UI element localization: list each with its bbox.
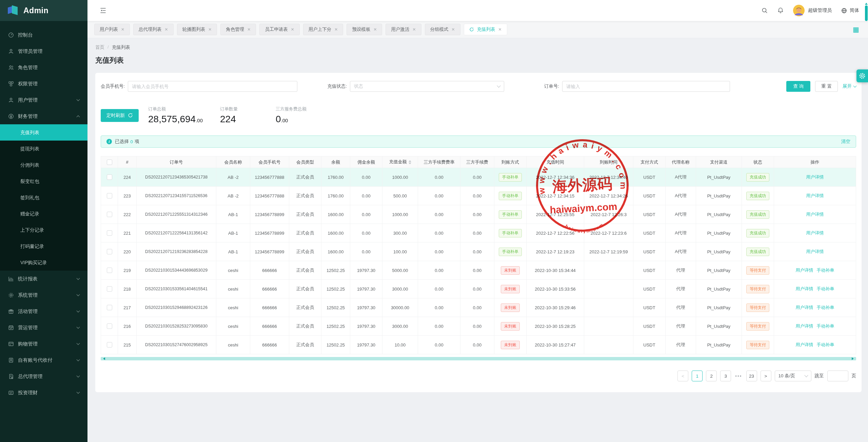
row-checkbox[interactable] xyxy=(107,174,112,180)
submenu-item[interactable]: 裂变红包 xyxy=(0,173,87,189)
user-menu[interactable]: 超级管理员 xyxy=(793,5,832,16)
horizontal-scrollbar[interactable] xyxy=(101,357,856,360)
app-logo[interactable]: Admin xyxy=(0,0,87,21)
tab[interactable]: 用户激活 ✕ xyxy=(386,24,421,35)
submenu-item[interactable]: 打码量记录 xyxy=(0,238,87,254)
row-checkbox[interactable] xyxy=(107,268,112,273)
row-checkbox[interactable] xyxy=(107,249,112,254)
tab-panel-icon[interactable]: ▦ xyxy=(853,25,859,34)
row-checkbox[interactable] xyxy=(107,305,112,310)
user-detail-link[interactable]: 用户详情 xyxy=(806,174,824,180)
submenu-item[interactable]: 上下分记录 xyxy=(0,222,87,238)
user-detail-link[interactable]: 用户详情 xyxy=(796,323,813,329)
sidebar-item-user-mgmt[interactable]: 用户管理 xyxy=(0,92,87,108)
search-button[interactable]: 查 询 xyxy=(786,81,810,92)
page-23-button[interactable]: 23 xyxy=(746,371,757,381)
row-checkbox[interactable] xyxy=(107,342,112,348)
sidebar-item-agent-mgmt[interactable]: 总代理管理 xyxy=(0,368,87,384)
sidebar-item-shopping-mgmt[interactable]: 购物管理 xyxy=(0,336,87,352)
tab-close-icon[interactable]: ✕ xyxy=(373,27,377,32)
recharge-status-select[interactable]: 状态 xyxy=(350,81,504,92)
tab-close-icon[interactable]: ✕ xyxy=(452,27,455,32)
manual-order-link[interactable]: 手动补单 xyxy=(817,342,834,347)
sidebar-item-finance-mgmt[interactable]: 财务管理 xyxy=(0,108,87,124)
tab[interactable]: 预设模板 ✕ xyxy=(347,24,382,35)
submenu-item[interactable]: VIP购买记录 xyxy=(0,254,87,271)
row-checkbox[interactable] xyxy=(107,193,112,198)
user-detail-link[interactable]: 用户详情 xyxy=(796,305,813,310)
sort-icon[interactable] xyxy=(409,159,411,166)
manual-order-link[interactable]: 手动补单 xyxy=(817,286,834,291)
member-phone-input[interactable] xyxy=(128,81,297,92)
user-detail-link[interactable]: 用户详情 xyxy=(806,249,824,254)
sidebar-item-admin-mgmt[interactable]: 管理员管理 xyxy=(0,43,87,59)
tab[interactable]: 总代理列表 ✕ xyxy=(133,24,174,35)
notifications-button[interactable] xyxy=(777,7,784,14)
row-checkbox[interactable] xyxy=(107,286,112,292)
tab-close-icon[interactable]: ✕ xyxy=(412,27,416,32)
search-button[interactable] xyxy=(761,7,768,14)
page-2-button[interactable]: 2 xyxy=(706,371,717,381)
tab[interactable]: 角色管理 ✕ xyxy=(220,24,256,35)
col-amount-sortable[interactable]: 充值金额 xyxy=(382,156,418,168)
tab-close-icon[interactable]: ✕ xyxy=(334,27,338,32)
reset-button[interactable]: 重 置 xyxy=(815,81,838,92)
sidebar-item-activity-mgmt[interactable]: 活动管理 xyxy=(0,303,87,319)
page-size-select[interactable]: 10 条/页 xyxy=(775,371,811,381)
sidebar-item-investment[interactable]: 投资理财 xyxy=(0,384,87,401)
auto-refresh-button[interactable]: 定时刷新 xyxy=(101,109,139,122)
tab-close-icon[interactable]: ✕ xyxy=(208,27,212,32)
scroll-right-icon[interactable] xyxy=(852,357,855,360)
sidebar-item-permission-mgmt[interactable]: 权限管理 xyxy=(0,76,87,92)
sidebar-item-system-mgmt[interactable]: 系统管理 xyxy=(0,287,87,303)
vertical-scrollbar[interactable] xyxy=(865,0,868,22)
user-detail-link[interactable]: 用户详情 xyxy=(796,342,813,347)
scroll-up-icon[interactable] xyxy=(865,1,868,5)
sidebar-item-console[interactable]: 控制台 xyxy=(0,27,87,43)
row-checkbox[interactable] xyxy=(107,212,112,217)
scroll-left-icon[interactable] xyxy=(102,357,105,360)
tab-close-icon[interactable]: ✕ xyxy=(247,27,251,32)
expand-link[interactable]: 展开 xyxy=(843,83,856,89)
submenu-item[interactable]: 提现列表 xyxy=(0,141,87,157)
row-checkbox[interactable] xyxy=(107,230,112,236)
theme-settings-button[interactable] xyxy=(856,69,868,82)
tab[interactable]: 用户上下分 ✕ xyxy=(303,24,343,35)
tab[interactable]: 分组模式 ✕ xyxy=(425,24,460,35)
page-1-button[interactable]: 1 xyxy=(692,371,703,381)
manual-order-link[interactable]: 手动补单 xyxy=(817,305,834,310)
next-page-button[interactable]: > xyxy=(761,371,771,381)
tab-close-icon[interactable]: ✕ xyxy=(165,27,168,32)
prev-page-button[interactable]: < xyxy=(677,371,688,381)
submenu-item[interactable]: 赠金记录 xyxy=(0,206,87,222)
submenu-item[interactable]: 签到礼包 xyxy=(0,189,87,206)
tab-close-icon[interactable]: ✕ xyxy=(291,27,294,32)
tab-close-icon[interactable]: ✕ xyxy=(498,27,502,32)
sidebar-collapse-button[interactable] xyxy=(99,6,107,15)
page-3-button[interactable]: 3 xyxy=(720,371,731,381)
language-switcher[interactable]: 简体 xyxy=(841,7,859,14)
sidebar-item-operation-mgmt[interactable]: 营运管理 xyxy=(0,319,87,336)
tab[interactable]: 轮播图列表 ✕ xyxy=(177,24,217,35)
manual-order-link[interactable]: 手动补单 xyxy=(817,323,834,329)
sidebar-item-role-mgmt[interactable]: 角色管理 xyxy=(0,59,87,76)
tab[interactable]: 用户列表 ✕ xyxy=(94,24,130,35)
user-detail-link[interactable]: 用户详情 xyxy=(796,286,813,291)
user-detail-link[interactable]: 用户详情 xyxy=(806,212,824,217)
breadcrumb-home[interactable]: 首页 xyxy=(95,44,104,50)
sidebar-item-own-account[interactable]: 自有账号代收付 xyxy=(0,352,87,368)
user-detail-link[interactable]: 用户详情 xyxy=(806,193,824,198)
submenu-item[interactable]: 分佣列表 xyxy=(0,157,87,173)
scrollbar-thumb[interactable] xyxy=(865,5,868,21)
manual-order-link[interactable]: 手动补单 xyxy=(817,268,834,273)
tab[interactable]: 员工申请表 ✕ xyxy=(259,24,300,35)
jump-page-input[interactable] xyxy=(827,371,848,381)
tab-close-icon[interactable]: ✕ xyxy=(121,27,124,32)
row-checkbox[interactable] xyxy=(107,323,112,329)
user-detail-link[interactable]: 用户详情 xyxy=(806,230,824,235)
sidebar-item-stats-report[interactable]: 统计报表 xyxy=(0,271,87,287)
order-no-input[interactable] xyxy=(562,81,730,92)
user-detail-link[interactable]: 用户详情 xyxy=(796,268,813,273)
submenu-item[interactable]: 充值列表 xyxy=(0,124,87,141)
select-all-checkbox[interactable] xyxy=(107,160,112,165)
